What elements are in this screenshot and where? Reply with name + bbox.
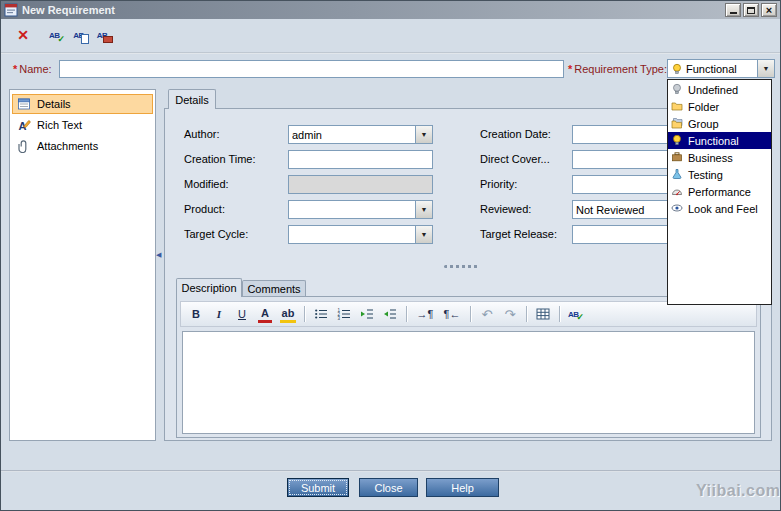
- close-dialog-button[interactable]: Close: [359, 478, 418, 497]
- modified-input: [288, 175, 433, 194]
- requirement-doc-icon: [4, 3, 18, 17]
- tab-comments[interactable]: Comments: [242, 280, 306, 296]
- title-bar[interactable]: New Requirement ×: [1, 1, 780, 19]
- product-dropdown-button[interactable]: ▼: [415, 201, 432, 218]
- redo-button[interactable]: ↷: [499, 304, 521, 324]
- author-combo[interactable]: ▼: [288, 125, 433, 144]
- type-option-performance[interactable]: Performance: [668, 183, 771, 200]
- sidebar-item-details[interactable]: Details: [12, 94, 153, 114]
- new-requirement-dialog: New Requirement × ✕ AB ✓ AB AB *Name: *R…: [0, 0, 781, 511]
- rich-text-icon: A: [17, 118, 31, 132]
- thesaurus-button[interactable]: AB: [93, 25, 117, 46]
- page-icon: [81, 34, 89, 44]
- insert-table-button[interactable]: [532, 304, 554, 324]
- target-cycle-label: Target Cycle:: [184, 228, 248, 240]
- chevron-down-icon: ▼: [421, 131, 428, 138]
- type-option-label: Undefined: [688, 84, 738, 96]
- product-input[interactable]: [289, 201, 415, 218]
- type-option-label: Look and Feel: [688, 203, 758, 215]
- underline-button[interactable]: U: [231, 304, 253, 324]
- splitter-grip[interactable]: [444, 265, 478, 268]
- target-cycle-dropdown-button[interactable]: ▼: [415, 226, 432, 243]
- name-input[interactable]: [59, 60, 564, 78]
- product-combo[interactable]: ▼: [288, 200, 433, 219]
- chevron-down-icon: ▼: [421, 206, 428, 213]
- submit-button[interactable]: Submit: [287, 478, 349, 497]
- close-button[interactable]: ×: [761, 3, 777, 17]
- type-option-label: Testing: [688, 169, 723, 181]
- ltr-direction-button[interactable]: →¶: [412, 304, 438, 324]
- chevron-down-icon: ▼: [763, 65, 770, 72]
- modified-label: Modified:: [184, 178, 229, 190]
- target-cycle-combo[interactable]: ▼: [288, 225, 433, 244]
- minimize-button[interactable]: [725, 3, 741, 17]
- editor-spell-check-button[interactable]: AB ✓: [565, 304, 587, 324]
- svg-text:3: 3: [338, 316, 341, 320]
- bulb-yellow-icon: [671, 134, 684, 147]
- name-label: *Name:: [13, 63, 52, 75]
- tab-label: Details: [175, 94, 209, 106]
- spelling-options-button[interactable]: AB: [69, 25, 93, 46]
- sidebar-item-label: Attachments: [37, 140, 98, 152]
- type-option-undefined[interactable]: Undefined: [668, 81, 771, 98]
- toolbar-separator: [559, 306, 560, 322]
- type-option-functional[interactable]: Functional: [668, 132, 771, 149]
- type-option-group[interactable]: Group: [668, 115, 771, 132]
- type-option-label: Folder: [688, 101, 719, 113]
- sidebar-item-label: Details: [37, 98, 71, 110]
- requirement-type-value: Functional: [686, 63, 754, 75]
- font-color-button[interactable]: A: [258, 306, 272, 323]
- collapse-panel-arrow[interactable]: ◀: [156, 251, 161, 259]
- paperclip-icon: [17, 139, 31, 153]
- highlight-button[interactable]: ab: [280, 306, 296, 323]
- type-option-label: Group: [688, 118, 719, 130]
- chevron-down-icon: ▼: [421, 231, 428, 238]
- bold-button[interactable]: B: [185, 304, 207, 324]
- red-x-icon: ✕: [17, 27, 29, 43]
- requirement-type-dropdown-list: Undefined Folder Group Functional Busine…: [667, 79, 772, 305]
- italic-button[interactable]: I: [208, 304, 230, 324]
- target-cycle-input[interactable]: [289, 226, 415, 243]
- toolbar-separator: [304, 306, 305, 322]
- description-editor[interactable]: [182, 331, 755, 434]
- type-option-testing[interactable]: Testing: [668, 166, 771, 183]
- requirement-type-dropdown-button[interactable]: ▼: [757, 60, 774, 77]
- rtl-direction-button[interactable]: ¶←: [439, 304, 465, 324]
- sidebar-item-attachments[interactable]: Attachments: [12, 136, 153, 156]
- outdent-button[interactable]: [379, 304, 401, 324]
- creation-time-input[interactable]: [288, 150, 433, 169]
- folder-icon: [671, 100, 684, 113]
- clear-all-fields-button[interactable]: ✕: [14, 27, 32, 43]
- reviewed-label: Reviewed:: [480, 203, 531, 215]
- details-form-icon: [17, 97, 31, 111]
- sidebar-item-rich-text[interactable]: A Rich Text: [12, 115, 153, 135]
- numbered-list-button[interactable]: 123: [333, 304, 355, 324]
- author-input[interactable]: [289, 126, 415, 143]
- table-icon: [536, 308, 550, 320]
- type-option-look-and-feel[interactable]: Look and Feel: [668, 200, 771, 217]
- type-option-label: Functional: [688, 135, 739, 147]
- indent-button[interactable]: [356, 304, 378, 324]
- maximize-button[interactable]: [743, 3, 759, 17]
- tab-details[interactable]: Details: [168, 89, 216, 109]
- minimize-icon: [730, 12, 737, 14]
- flask-icon: [671, 168, 684, 181]
- type-option-business[interactable]: Business: [668, 149, 771, 166]
- priority-label: Priority:: [480, 178, 517, 190]
- sidebar: Details A Rich Text Attachments: [9, 89, 156, 441]
- requirement-type-combo[interactable]: Functional ▼: [667, 59, 775, 78]
- help-button[interactable]: Help: [426, 478, 499, 497]
- toolbar-separator: [470, 306, 471, 322]
- maximize-icon: [747, 7, 755, 14]
- bulb-yellow-icon: [671, 63, 683, 75]
- tab-description[interactable]: Description: [176, 278, 242, 297]
- type-option-label: Business: [688, 152, 733, 164]
- tab-label: Comments: [247, 283, 300, 295]
- undo-button[interactable]: ↶: [476, 304, 498, 324]
- type-option-label: Performance: [688, 186, 751, 198]
- type-option-folder[interactable]: Folder: [668, 98, 771, 115]
- author-dropdown-button[interactable]: ▼: [415, 126, 432, 143]
- check-spelling-button[interactable]: AB ✓: [45, 25, 69, 46]
- toolbar-separator: [526, 306, 527, 322]
- bullet-list-button[interactable]: [310, 304, 332, 324]
